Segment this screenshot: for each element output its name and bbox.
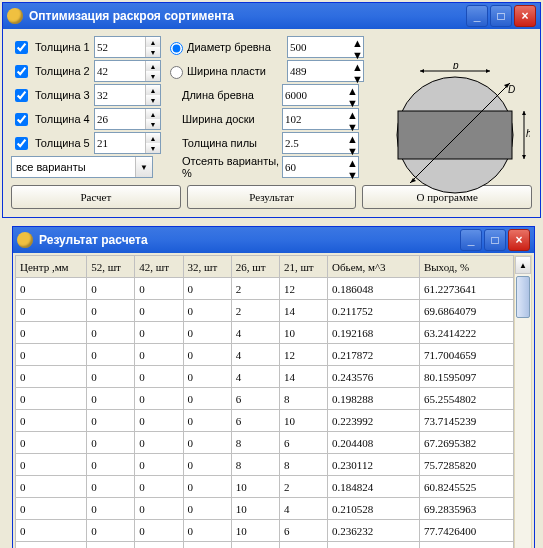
column-header[interactable]: 26, шт bbox=[231, 256, 279, 278]
column-header[interactable]: 32, шт bbox=[183, 256, 231, 278]
length-input[interactable] bbox=[283, 85, 347, 105]
up-icon[interactable]: ▲ bbox=[145, 133, 160, 143]
thickness-5-spinner[interactable]: ▲▼ bbox=[94, 132, 161, 154]
filter-input[interactable] bbox=[283, 157, 347, 177]
vertical-scrollbar[interactable]: ▲ ▼ bbox=[514, 255, 532, 548]
table-cell: 6 bbox=[279, 520, 327, 542]
thickness-5-input[interactable] bbox=[95, 133, 145, 153]
column-header[interactable]: Центр ,мм bbox=[16, 256, 87, 278]
diag-b-label: b bbox=[453, 63, 459, 71]
table-cell: 0 bbox=[87, 542, 135, 549]
table-row[interactable]: 00002140.21175269.6864079 bbox=[16, 300, 514, 322]
thickness-2-input[interactable] bbox=[95, 61, 145, 81]
down-icon[interactable]: ▼ bbox=[145, 47, 160, 57]
thickness-2-spinner[interactable]: ▲▼ bbox=[94, 60, 161, 82]
thickness-4-checkbox[interactable] bbox=[15, 113, 28, 126]
thickness-3-checkbox[interactable] bbox=[15, 89, 28, 102]
maximize-button[interactable]: □ bbox=[490, 5, 512, 27]
table-row[interactable]: 00004120.21787271.7004659 bbox=[16, 344, 514, 366]
table-row[interactable]: 00001040.21052869.2835963 bbox=[16, 498, 514, 520]
close-button[interactable]: × bbox=[508, 229, 530, 251]
up-icon[interactable]: ▲ bbox=[145, 37, 160, 47]
filter-label: Отсеять варианты, % bbox=[182, 155, 282, 179]
up-icon[interactable]: ▲ bbox=[347, 133, 358, 145]
up-icon[interactable]: ▲ bbox=[347, 85, 358, 97]
radio-widthface[interactable] bbox=[170, 66, 183, 79]
diameter-input[interactable] bbox=[288, 37, 352, 57]
column-header[interactable]: 42, шт bbox=[135, 256, 183, 278]
result-window: Результат расчета _ □ × Центр ,мм52, шт4… bbox=[12, 226, 535, 548]
filter-spinner[interactable]: ▲▼ bbox=[282, 156, 359, 178]
down-icon[interactable]: ▼ bbox=[145, 143, 160, 153]
table-cell: 10 bbox=[231, 476, 279, 498]
table-row[interactable]: 00001200.19094462.8386106 bbox=[16, 542, 514, 549]
table-cell: 0.230112 bbox=[328, 454, 420, 476]
thickness-1-spinner[interactable]: ▲▼ bbox=[94, 36, 161, 58]
thickness-3-spinner[interactable]: ▲▼ bbox=[94, 84, 161, 106]
scroll-thumb[interactable] bbox=[516, 276, 530, 318]
up-icon[interactable]: ▲ bbox=[145, 85, 160, 95]
column-header[interactable]: Выход, % bbox=[419, 256, 513, 278]
up-icon[interactable]: ▲ bbox=[145, 109, 160, 119]
calc-button[interactable]: Расчет bbox=[11, 185, 181, 209]
titlebar-main[interactable]: Оптимизация раскроя сортимента _ □ × bbox=[3, 3, 540, 29]
table-cell: 0.186048 bbox=[328, 278, 420, 300]
thickness-5-checkbox[interactable] bbox=[15, 137, 28, 150]
up-icon[interactable]: ▲ bbox=[352, 37, 363, 49]
widthface-input[interactable] bbox=[288, 61, 352, 81]
down-icon[interactable]: ▼ bbox=[145, 119, 160, 129]
thickness-2-checkbox[interactable] bbox=[15, 65, 28, 78]
length-spinner[interactable]: ▲▼ bbox=[282, 84, 359, 106]
table-cell: 0.204408 bbox=[328, 432, 420, 454]
table-cell: 0 bbox=[16, 388, 87, 410]
app-icon bbox=[7, 8, 23, 24]
boardwidth-input[interactable] bbox=[283, 109, 347, 129]
table-row[interactable]: 00002120.18604861.2273641 bbox=[16, 278, 514, 300]
diag-h-label: h bbox=[526, 128, 530, 139]
boardwidth-spinner[interactable]: ▲▼ bbox=[282, 108, 359, 130]
thickness-4-spinner[interactable]: ▲▼ bbox=[94, 108, 161, 130]
up-icon[interactable]: ▲ bbox=[347, 157, 358, 169]
thickness-4-input[interactable] bbox=[95, 109, 145, 129]
thickness-1-input[interactable] bbox=[95, 37, 145, 57]
down-icon[interactable]: ▼ bbox=[145, 71, 160, 81]
table-row[interactable]: 0000680.19828865.2554802 bbox=[16, 388, 514, 410]
radio-diameter[interactable] bbox=[170, 42, 183, 55]
thickness-3-input[interactable] bbox=[95, 85, 145, 105]
table-cell: 0 bbox=[135, 432, 183, 454]
up-icon[interactable]: ▲ bbox=[145, 61, 160, 71]
sawthick-spinner[interactable]: ▲▼ bbox=[282, 132, 359, 154]
table-row[interactable]: 00004140.24357680.1595097 bbox=[16, 366, 514, 388]
close-button[interactable]: × bbox=[514, 5, 536, 27]
table-row[interactable]: 0000860.20440867.2695382 bbox=[16, 432, 514, 454]
maximize-button[interactable]: □ bbox=[484, 229, 506, 251]
minimize-button[interactable]: _ bbox=[460, 229, 482, 251]
titlebar-result[interactable]: Результат расчета _ □ × bbox=[13, 227, 534, 253]
down-icon[interactable]: ▼ bbox=[145, 95, 160, 105]
down-icon[interactable]: ▼ bbox=[347, 169, 358, 181]
scroll-up-icon[interactable]: ▲ bbox=[515, 256, 531, 274]
table-cell: 71.7004659 bbox=[419, 344, 513, 366]
thickness-1-checkbox[interactable] bbox=[15, 41, 28, 54]
diameter-spinner[interactable]: ▲▼ bbox=[287, 36, 364, 58]
table-row[interactable]: 00001060.23623277.7426400 bbox=[16, 520, 514, 542]
boardwidth-label: Ширина доски bbox=[182, 113, 282, 125]
table-row[interactable]: 00006100.22399273.7145239 bbox=[16, 410, 514, 432]
sawthick-input[interactable] bbox=[283, 133, 347, 153]
up-icon[interactable]: ▲ bbox=[352, 61, 363, 73]
column-header[interactable]: 21, шт bbox=[279, 256, 327, 278]
svg-rect-1 bbox=[398, 111, 512, 159]
chevron-down-icon[interactable]: ▼ bbox=[135, 157, 152, 177]
diameter-label: Диаметр бревна bbox=[187, 41, 287, 53]
app-icon bbox=[17, 232, 33, 248]
table-row[interactable]: 00004100.19216863.2414222 bbox=[16, 322, 514, 344]
column-header[interactable]: Обьем, м^3 bbox=[328, 256, 420, 278]
table-row[interactable]: 00001020.18482460.8245525 bbox=[16, 476, 514, 498]
minimize-button[interactable]: _ bbox=[466, 5, 488, 27]
column-header[interactable]: 52, шт bbox=[87, 256, 135, 278]
table-row[interactable]: 0000880.23011275.7285820 bbox=[16, 454, 514, 476]
variants-select[interactable]: все варианты▼ bbox=[11, 156, 153, 178]
widthface-spinner[interactable]: ▲▼ bbox=[287, 60, 364, 82]
result-button[interactable]: Результат bbox=[187, 185, 357, 209]
up-icon[interactable]: ▲ bbox=[347, 109, 358, 121]
